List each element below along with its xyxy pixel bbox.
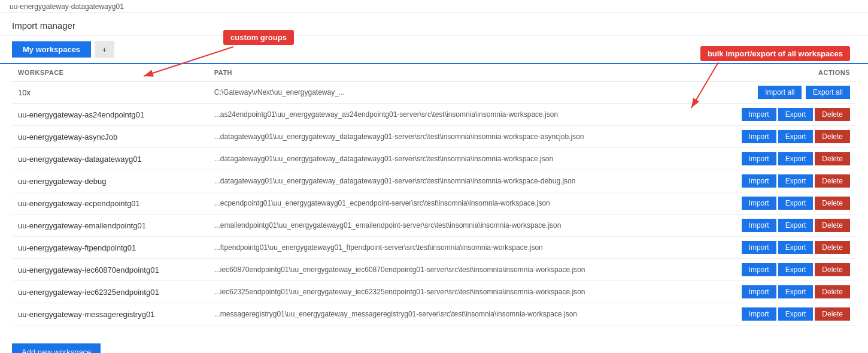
import-button[interactable]: Import	[742, 263, 776, 276]
workspace-name-cell: uu-energygateway-datagatewayg01	[12, 148, 208, 170]
path-col-header: PATH	[208, 64, 699, 82]
workspace-name-cell: uu-energygateway-ftpendpointg01	[12, 237, 208, 259]
delete-button[interactable]: Delete	[815, 307, 850, 321]
workspace-actions-cell: ImportExportDelete	[699, 259, 856, 281]
table-header-row: WORKSPACE PATH ACTIONS	[12, 64, 856, 82]
workspace-path-cell: ...datagatewayg01\uu_energygateway_datag…	[208, 170, 699, 192]
bulk-path-cell: C:\Gateway\vNext\uu_energygateway_...	[208, 82, 699, 104]
delete-button[interactable]: Delete	[815, 285, 850, 298]
export-button[interactable]: Export	[778, 197, 814, 210]
import-button[interactable]: Import	[742, 241, 776, 254]
table-row: uu-energygateway-ftpendpointg01...ftpend…	[12, 237, 856, 259]
table-row: uu-energygateway-debug...datagatewayg01\…	[12, 170, 856, 192]
delete-button[interactable]: Delete	[815, 197, 850, 210]
workspace-actions-cell: ImportExportDelete	[699, 148, 856, 170]
export-button[interactable]: Export	[778, 152, 814, 165]
workspace-actions-cell: ImportExportDelete	[699, 170, 856, 192]
export-button[interactable]: Export	[778, 307, 814, 321]
workspace-path-cell: ...messageregistryg01\uu_energygateway_m…	[208, 303, 699, 325]
workspace-path-cell: ...ecpendpointg01\uu_energygatewayg01_ec…	[208, 192, 699, 215]
workspace-path-cell: ...emailendpointg01\uu_energygatewayg01_…	[208, 215, 699, 237]
workspace-actions-cell: ImportExportDelete	[699, 192, 856, 215]
workspace-name-cell: uu-energygateway-emailendpointg01	[12, 215, 208, 237]
import-button[interactable]: Import	[742, 285, 776, 298]
top-bar-text: uu-energygateway-datagatewayg01	[10, 2, 124, 11]
tabs-row: My workspaces +	[0, 36, 868, 64]
workspace-actions-cell: ImportExportDelete	[699, 215, 856, 237]
delete-button[interactable]: Delete	[815, 130, 850, 143]
workspace-name-cell: uu-energygateway-asyncJob	[12, 126, 208, 148]
table-row: uu-energygateway-as24endpointg01...as24e…	[12, 104, 856, 126]
export-button[interactable]: Export	[778, 263, 814, 276]
import-button[interactable]: Import	[742, 197, 776, 210]
delete-button[interactable]: Delete	[815, 263, 850, 276]
workspace-path-cell: ...ftpendpointg01\uu_energygatewayg01_ft…	[208, 237, 699, 259]
workspace-path-cell: ...iec60870endpointg01\uu_energygateway_…	[208, 259, 699, 281]
table-row: uu-energygateway-iec60870endpointg01...i…	[12, 259, 856, 281]
workspace-actions-cell: ImportExportDelete	[699, 303, 856, 325]
table-row: uu-energygateway-messageregistryg01...me…	[12, 303, 856, 325]
main-container: custom groups bulk import/export of all …	[0, 13, 868, 353]
workspace-actions-cell: ImportExportDelete	[699, 104, 856, 126]
workspace-name-cell: uu-energygateway-messageregistryg01	[12, 303, 208, 325]
delete-button[interactable]: Delete	[815, 108, 850, 121]
workspace-name-cell: uu-energygateway-iec62325endpointg01	[12, 281, 208, 303]
workspace-actions-cell: ImportExportDelete	[699, 126, 856, 148]
workspace-name-cell: uu-energygateway-debug	[12, 170, 208, 192]
export-button[interactable]: Export	[778, 285, 814, 298]
export-button[interactable]: Export	[778, 174, 814, 188]
workspace-path-cell: ...datagatewayg01\uu_energygateway_datag…	[208, 148, 699, 170]
bulk-name-cell: 10x	[12, 82, 208, 104]
import-all-button[interactable]: Import all	[758, 86, 802, 99]
import-button[interactable]: Import	[742, 152, 776, 165]
workspace-actions-cell: ImportExportDelete	[699, 281, 856, 303]
table-row: uu-energygateway-datagatewayg01...dataga…	[12, 148, 856, 170]
import-button[interactable]: Import	[742, 108, 776, 121]
workspace-path-cell: ...as24endpointg01\uu_energygateway_as24…	[208, 104, 699, 126]
workspace-name-cell: uu-energygateway-ecpendpointg01	[12, 192, 208, 215]
import-button[interactable]: Import	[742, 219, 776, 232]
import-manager-title: Import manager	[0, 13, 868, 36]
table-row: uu-energygateway-emailendpointg01...emai…	[12, 215, 856, 237]
table-row: uu-energygateway-ecpendpointg01...ecpend…	[12, 192, 856, 215]
export-button[interactable]: Export	[778, 219, 814, 232]
import-button[interactable]: Import	[742, 130, 776, 143]
bulk-row: 10x C:\Gateway\vNext\uu_energygateway_..…	[12, 82, 856, 104]
import-button[interactable]: Import	[742, 174, 776, 188]
export-all-button[interactable]: Export all	[806, 86, 850, 99]
workspace-path-cell: ...datagatewayg01\uu_energygateway_datag…	[208, 126, 699, 148]
workspace-path-cell: ...iec62325endpointg01\uu_energygateway_…	[208, 281, 699, 303]
table-row: uu-energygateway-asyncJob...datagatewayg…	[12, 126, 856, 148]
delete-button[interactable]: Delete	[815, 152, 850, 165]
delete-button[interactable]: Delete	[815, 174, 850, 188]
actions-col-header: ACTIONS	[699, 64, 856, 82]
import-button[interactable]: Import	[742, 307, 776, 321]
table-container: WORKSPACE PATH ACTIONS 10x C:\Gateway\vN…	[0, 64, 868, 337]
export-button[interactable]: Export	[778, 130, 814, 143]
workspaces-table: WORKSPACE PATH ACTIONS 10x C:\Gateway\vN…	[12, 64, 856, 325]
workspace-name-cell: uu-energygateway-iec60870endpointg01	[12, 259, 208, 281]
add-new-workspace-button[interactable]: Add new workspace	[12, 343, 101, 353]
table-row: uu-energygateway-iec62325endpointg01...i…	[12, 281, 856, 303]
bulk-actions-cell: Import all Export all	[699, 82, 856, 104]
delete-button[interactable]: Delete	[815, 241, 850, 254]
delete-button[interactable]: Delete	[815, 219, 850, 232]
my-workspaces-tab[interactable]: My workspaces	[12, 41, 91, 58]
export-button[interactable]: Export	[778, 108, 814, 121]
top-bar: uu-energygateway-datagatewayg01	[0, 0, 868, 13]
workspace-col-header: WORKSPACE	[12, 64, 208, 82]
export-button[interactable]: Export	[778, 241, 814, 254]
add-tab-button[interactable]: +	[95, 41, 114, 58]
workspace-actions-cell: ImportExportDelete	[699, 237, 856, 259]
workspace-name-cell: uu-energygateway-as24endpointg01	[12, 104, 208, 126]
